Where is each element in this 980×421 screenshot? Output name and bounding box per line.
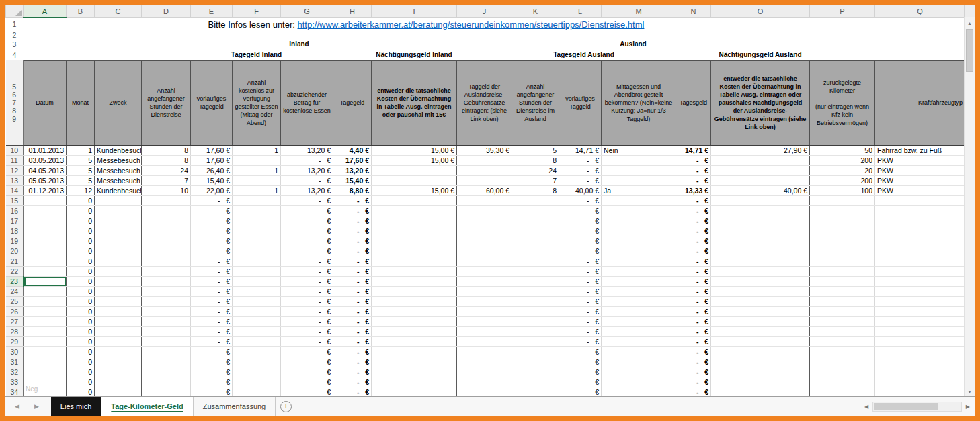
row-header-4[interactable]: 4 bbox=[6, 49, 24, 60]
cell-C22[interactable] bbox=[95, 266, 142, 276]
cell-I27[interactable] bbox=[372, 316, 457, 326]
cell-K33[interactable] bbox=[512, 377, 559, 387]
cell-N26[interactable]: - € bbox=[676, 306, 711, 316]
cell-G27[interactable]: - € bbox=[281, 316, 333, 326]
cell-N25[interactable]: - € bbox=[676, 296, 711, 306]
col-letter-N[interactable]: N bbox=[676, 5, 711, 17]
cell-M26[interactable] bbox=[602, 306, 676, 316]
cell-C16[interactable] bbox=[95, 205, 142, 216]
cell-O11[interactable] bbox=[711, 155, 810, 165]
cell-K13[interactable]: 7 bbox=[512, 175, 559, 185]
cell-F32[interactable] bbox=[233, 367, 281, 377]
cell-Q21[interactable] bbox=[875, 256, 965, 266]
cell-M24[interactable] bbox=[602, 286, 676, 296]
cell-C20[interactable] bbox=[95, 246, 142, 256]
cell-M18[interactable] bbox=[602, 226, 676, 236]
cell-A24[interactable] bbox=[24, 286, 67, 296]
row-header-29[interactable]: 29 bbox=[6, 336, 24, 346]
sheet-tab-tage-kilometer-geld[interactable]: Tage-Kilometer-Geld bbox=[101, 397, 193, 416]
cell-B22[interactable]: 0 bbox=[67, 266, 95, 276]
cell-K15[interactable] bbox=[512, 195, 559, 205]
cell-K22[interactable] bbox=[512, 266, 559, 276]
cell-I23[interactable] bbox=[372, 276, 457, 286]
cell-P11[interactable]: 200 bbox=[810, 155, 875, 165]
cell-J28[interactable] bbox=[457, 326, 512, 336]
cell-M32[interactable] bbox=[602, 367, 676, 377]
cell-F25[interactable] bbox=[233, 296, 281, 306]
cell-M14[interactable]: Ja bbox=[602, 185, 676, 195]
cell-K26[interactable] bbox=[512, 306, 559, 316]
cell-P29[interactable] bbox=[810, 336, 875, 346]
cell-L21[interactable]: - € bbox=[559, 256, 602, 266]
info-hyperlink[interactable]: http://www.arbeiterkammer.at/beratung/st… bbox=[298, 19, 645, 30]
row-header-32[interactable]: 32 bbox=[6, 367, 24, 377]
cell-P15[interactable] bbox=[810, 195, 875, 205]
cell-C23[interactable] bbox=[95, 276, 142, 286]
cell-P32[interactable] bbox=[810, 367, 875, 377]
cell-D30[interactable] bbox=[142, 346, 191, 357]
row-header-12[interactable]: 12 bbox=[6, 165, 24, 175]
cell-F33[interactable] bbox=[233, 377, 281, 387]
cell-M19[interactable] bbox=[602, 236, 676, 246]
cell-P19[interactable] bbox=[810, 236, 875, 246]
row-header-9[interactable]: 9 bbox=[6, 115, 24, 123]
horizontal-scrollbar[interactable]: ◀ ▶ bbox=[862, 397, 975, 416]
row-header-18[interactable]: 18 bbox=[6, 226, 24, 236]
row-header-26[interactable]: 26 bbox=[6, 306, 24, 316]
cell-K10[interactable]: 5 bbox=[512, 145, 559, 155]
col-letter-L[interactable]: L bbox=[559, 5, 602, 17]
cell-D2[interactable] bbox=[142, 31, 965, 39]
scroll-left-button[interactable]: ◀ bbox=[862, 404, 871, 410]
cell-C34[interactable] bbox=[95, 387, 142, 397]
cell-M28[interactable] bbox=[602, 326, 676, 336]
cell-D23[interactable] bbox=[142, 276, 191, 286]
col-letter-P[interactable]: P bbox=[810, 5, 875, 17]
col-letter-D[interactable]: D bbox=[142, 5, 191, 17]
col-letter-H[interactable]: H bbox=[333, 5, 372, 17]
cell-D12[interactable]: 24 bbox=[142, 165, 191, 175]
cell-J22[interactable] bbox=[457, 266, 512, 276]
cell-K18[interactable] bbox=[512, 226, 559, 236]
cell-M30[interactable] bbox=[602, 346, 676, 357]
cell-B19[interactable]: 0 bbox=[67, 236, 95, 246]
cell-I21[interactable] bbox=[372, 256, 457, 266]
column-header-tagegeld[interactable]: Tagegeld bbox=[333, 60, 372, 145]
row-header-2[interactable]: 2 bbox=[6, 31, 24, 39]
cell-Q16[interactable] bbox=[875, 205, 965, 216]
cell-E13[interactable]: 15,40 € bbox=[191, 175, 233, 185]
cell-G23[interactable]: - € bbox=[281, 276, 333, 286]
cell-B33[interactable]: 0 bbox=[67, 377, 95, 387]
cell-D16[interactable] bbox=[142, 205, 191, 216]
cell-A2[interactable] bbox=[24, 31, 142, 39]
cell-E30[interactable]: - € bbox=[191, 346, 233, 357]
cell-P17[interactable] bbox=[810, 216, 875, 226]
cell-P18[interactable] bbox=[810, 226, 875, 236]
vertical-scrollbar[interactable]: ▲ ▼ bbox=[964, 17, 975, 397]
cell-D11[interactable]: 8 bbox=[142, 155, 191, 165]
cell-I13[interactable] bbox=[372, 175, 457, 185]
row-header-17[interactable]: 17 bbox=[6, 216, 24, 226]
cell-L17[interactable]: - € bbox=[559, 216, 602, 226]
column-header-taggeld-saetze[interactable]: Taggeld der Auslandsreise-Gebührensätze … bbox=[457, 60, 512, 145]
cell-J21[interactable] bbox=[457, 256, 512, 266]
cell-N14[interactable]: 13,33 € bbox=[676, 185, 711, 195]
cell-N30[interactable]: - € bbox=[676, 346, 711, 357]
cell-H14[interactable]: 8,80 € bbox=[333, 185, 372, 195]
cell-O32[interactable] bbox=[711, 367, 810, 377]
cell-H33[interactable]: - € bbox=[333, 377, 372, 387]
cell-B20[interactable]: 0 bbox=[67, 246, 95, 256]
cell-H12[interactable]: 13,20 € bbox=[333, 165, 372, 175]
cell-G16[interactable]: - € bbox=[281, 205, 333, 216]
cell-I15[interactable] bbox=[372, 195, 457, 205]
cell-Q14[interactable]: PKW bbox=[875, 185, 965, 195]
cell-H19[interactable]: - € bbox=[333, 236, 372, 246]
cell-D33[interactable] bbox=[142, 377, 191, 387]
cell-A27[interactable] bbox=[24, 316, 67, 326]
cell-N27[interactable]: - € bbox=[676, 316, 711, 326]
cell-L13[interactable]: - € bbox=[559, 175, 602, 185]
row-header-3[interactable]: 3 bbox=[6, 39, 24, 49]
cell-O28[interactable] bbox=[711, 326, 810, 336]
cell-A16[interactable] bbox=[24, 205, 67, 216]
cell-O22[interactable] bbox=[711, 266, 810, 276]
cell-H25[interactable]: - € bbox=[333, 296, 372, 306]
